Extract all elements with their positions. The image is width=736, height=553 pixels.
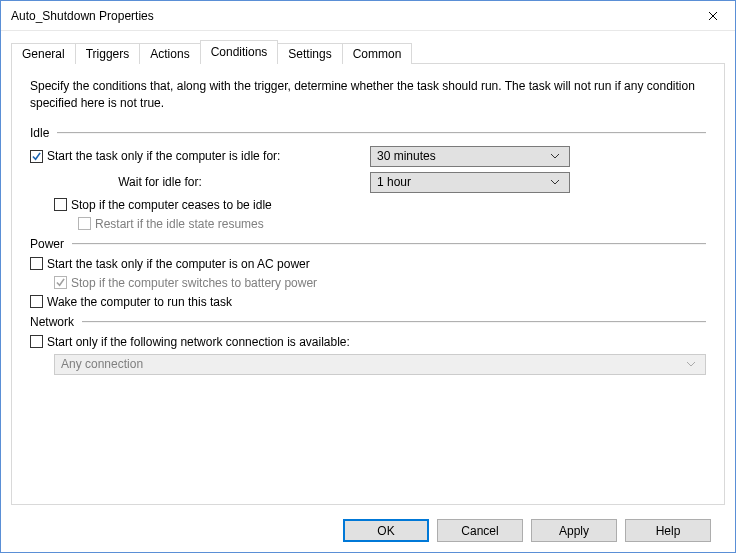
help-button[interactable]: Help — [625, 519, 711, 542]
titlebar: Auto_Shutdown Properties — [1, 1, 735, 31]
row-network-select: Any connection — [30, 354, 706, 375]
checkbox-wake-to-run[interactable] — [30, 295, 43, 308]
checkbox-start-if-idle[interactable] — [30, 150, 43, 163]
chevron-down-icon — [547, 154, 563, 159]
content-area: General Triggers Actions Conditions Sett… — [1, 31, 735, 552]
divider — [57, 132, 706, 133]
label-wake-to-run: Wake the computer to run this task — [47, 295, 232, 309]
checkbox-stop-ceases-idle[interactable] — [54, 198, 67, 211]
row-stop-ceases-idle: Stop if the computer ceases to be idle — [30, 198, 706, 212]
section-label-power: Power — [30, 237, 64, 251]
section-heading-idle: Idle — [30, 126, 706, 140]
row-stop-on-battery: Stop if the computer switches to battery… — [30, 276, 706, 290]
label-wait-idle: Wait for idle for: — [30, 175, 370, 189]
divider — [72, 243, 706, 244]
label-stop-on-battery: Stop if the computer switches to battery… — [71, 276, 317, 290]
select-network-connection: Any connection — [54, 354, 706, 375]
cancel-button[interactable]: Cancel — [437, 519, 523, 542]
row-start-on-ac: Start the task only if the computer is o… — [30, 257, 706, 271]
checkbox-start-if-network[interactable] — [30, 335, 43, 348]
row-start-if-idle: Start the task only if the computer is i… — [30, 146, 706, 167]
checkbox-restart-idle-resumes — [78, 217, 91, 230]
panel-description: Specify the conditions that, along with … — [30, 78, 706, 112]
divider — [82, 321, 706, 322]
tab-settings[interactable]: Settings — [277, 43, 342, 64]
window-title: Auto_Shutdown Properties — [11, 9, 690, 23]
label-restart-idle-resumes: Restart if the idle state resumes — [95, 217, 264, 231]
close-button[interactable] — [690, 1, 735, 31]
label-stop-ceases-idle: Stop if the computer ceases to be idle — [71, 198, 272, 212]
tab-strip: General Triggers Actions Conditions Sett… — [11, 39, 725, 63]
conditions-panel: Specify the conditions that, along with … — [11, 63, 725, 505]
section-heading-power: Power — [30, 237, 706, 251]
label-start-on-ac: Start the task only if the computer is o… — [47, 257, 310, 271]
label-start-if-idle: Start the task only if the computer is i… — [47, 149, 280, 163]
tab-common[interactable]: Common — [342, 43, 413, 64]
tab-general[interactable]: General — [11, 43, 76, 64]
dialog-buttons: OK Cancel Apply Help — [11, 505, 725, 542]
close-icon — [708, 11, 718, 21]
select-wait-idle[interactable]: 1 hour — [370, 172, 570, 193]
apply-button[interactable]: Apply — [531, 519, 617, 542]
tab-conditions[interactable]: Conditions — [200, 40, 279, 64]
row-wake-to-run: Wake the computer to run this task — [30, 295, 706, 309]
section-heading-network: Network — [30, 315, 706, 329]
chevron-down-icon — [547, 180, 563, 185]
tab-actions[interactable]: Actions — [139, 43, 200, 64]
label-start-if-network: Start only if the following network conn… — [47, 335, 350, 349]
chevron-down-icon — [683, 362, 699, 367]
ok-button[interactable]: OK — [343, 519, 429, 542]
row-start-if-network: Start only if the following network conn… — [30, 335, 706, 349]
tab-triggers[interactable]: Triggers — [75, 43, 141, 64]
select-idle-duration[interactable]: 30 minutes — [370, 146, 570, 167]
checkbox-start-on-ac[interactable] — [30, 257, 43, 270]
row-wait-idle: Wait for idle for: 1 hour — [30, 172, 706, 193]
row-restart-idle-resumes: Restart if the idle state resumes — [30, 217, 706, 231]
properties-window: Auto_Shutdown Properties General Trigger… — [0, 0, 736, 553]
section-label-idle: Idle — [30, 126, 49, 140]
section-label-network: Network — [30, 315, 74, 329]
checkbox-stop-on-battery — [54, 276, 67, 289]
